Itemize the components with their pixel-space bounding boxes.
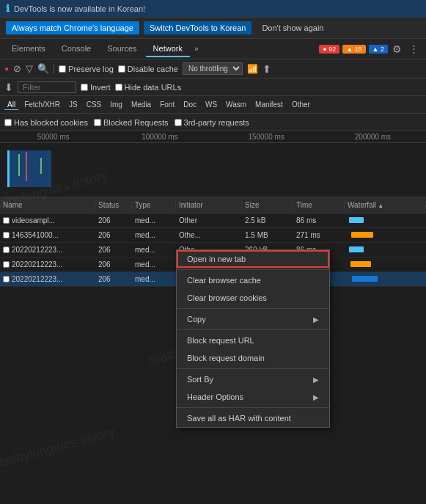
row5-checkbox[interactable] <box>3 276 10 282</box>
tab-sources[interactable]: Sources <box>100 41 144 57</box>
copy-arrow-icon: ▶ <box>313 315 319 324</box>
info-text: DevTools is now available in Korean! <box>14 4 420 13</box>
ctx-block-domain[interactable]: Block request domain <box>177 349 329 367</box>
third-party-label[interactable]: 3rd-party requests <box>175 118 249 127</box>
filter-all[interactable]: All <box>4 100 18 110</box>
info-bar: ℹ DevTools is now available in Korean! <box>0 0 426 18</box>
disable-cache-label[interactable]: Disable cache <box>118 65 178 73</box>
table-row[interactable]: 1463541000... 206 med... Othe... 1.5 MB … <box>0 228 426 243</box>
filter-other[interactable]: Other <box>289 100 313 109</box>
third-party-checkbox[interactable] <box>175 119 182 126</box>
ctx-separator-1 <box>177 269 329 270</box>
filter-img[interactable]: Img <box>107 100 125 109</box>
row3-status: 206 <box>95 246 132 254</box>
ctx-save-har[interactable]: Save all as HAR with content <box>177 409 329 427</box>
tab-bar: Elements Console Sources Network » ● 92 … <box>0 39 426 59</box>
row1-status: 206 <box>95 216 132 224</box>
timeline-header: 50000 ms 100000 ms 150000 ms 200000 ms <box>0 131 426 143</box>
invert-label[interactable]: Invert <box>81 83 111 92</box>
disable-cache-checkbox[interactable] <box>118 65 125 73</box>
tab-elements[interactable]: Elements <box>4 41 53 57</box>
col-time[interactable]: Time <box>293 201 345 209</box>
row1-checkbox[interactable] <box>3 217 10 224</box>
hide-urls-label[interactable]: Hide data URLs <box>115 83 182 92</box>
filter-xhr[interactable]: Fetch/XHR <box>21 100 63 109</box>
settings-icon[interactable]: ⚙ <box>389 42 405 56</box>
row1-size: 2.5 kB <box>242 216 293 224</box>
download-icon[interactable]: ⬇ <box>4 81 13 93</box>
switch-devtools-button[interactable]: Switch DevTools to Korean <box>144 21 251 34</box>
ctx-separator-2 <box>177 308 329 309</box>
record-icon[interactable]: ● <box>4 65 9 73</box>
blocked-requests-label[interactable]: Blocked Requests <box>94 118 169 127</box>
timeline-label-3: 150000 ms <box>213 133 320 141</box>
dont-show-again-button[interactable]: Don't show again <box>256 21 329 34</box>
table-header: Name Status Type Initiator Size Time Wat… <box>0 197 426 213</box>
match-language-button[interactable]: Always match Chrome's language <box>6 21 139 34</box>
ctx-sort-by[interactable]: Sort By ▶ <box>177 370 329 388</box>
more-tabs-arrow[interactable]: » <box>191 43 202 54</box>
filter-css[interactable]: CSS <box>84 100 105 109</box>
filter-manifest[interactable]: Manifest <box>252 100 286 109</box>
filter-wasm[interactable]: Wasm <box>223 100 249 109</box>
row4-checkbox[interactable] <box>3 261 10 268</box>
row5-status: 206 <box>95 275 132 283</box>
timeline-label-1: 50000 ms <box>0 133 106 141</box>
col-waterfall[interactable]: Waterfall <box>345 201 426 209</box>
filter-media[interactable]: Media <box>128 100 154 109</box>
blocked-requests-checkbox[interactable] <box>94 119 101 126</box>
ctx-block-url[interactable]: Block request URL <box>177 332 329 349</box>
filter-doc[interactable]: Doc <box>180 100 199 109</box>
ctx-copy[interactable]: Copy ▶ <box>177 310 329 328</box>
filter-input[interactable] <box>18 81 76 93</box>
timeline-label-4: 200000 ms <box>320 133 426 141</box>
col-size[interactable]: Size <box>242 201 293 209</box>
timeline-panel: 50000 ms 100000 ms 150000 ms 200000 ms <box>0 131 426 197</box>
row1-time: 86 ms <box>293 216 345 224</box>
row2-initiator: Othe... <box>176 231 242 239</box>
col-initiator[interactable]: Initiator <box>176 201 242 209</box>
preserve-log-checkbox[interactable] <box>59 65 66 73</box>
ctx-clear-cache[interactable]: Clear browser cache <box>177 271 329 289</box>
row3-type: med... <box>132 246 176 254</box>
row1-name: videosampl... <box>0 216 95 225</box>
filter-font[interactable]: Font <box>157 100 177 109</box>
col-name[interactable]: Name <box>0 201 95 209</box>
filter-ws[interactable]: WS <box>202 100 220 109</box>
col-status[interactable]: Status <box>95 201 132 209</box>
tab-network[interactable]: Network <box>146 41 190 57</box>
table-row[interactable]: videosampl... 206 med... Other 2.5 kB 86… <box>0 213 426 228</box>
col-type[interactable]: Type <box>132 201 176 209</box>
row3-checkbox[interactable] <box>3 246 10 253</box>
row1-waterfall <box>345 216 426 224</box>
tab-console[interactable]: Console <box>54 41 98 57</box>
hide-urls-checkbox[interactable] <box>115 84 122 91</box>
preserve-log-label[interactable]: Preserve log <box>59 65 114 73</box>
filter-type-row: All Fetch/XHR JS CSS Img Media Font Doc … <box>0 96 426 114</box>
throttle-select[interactable]: No throttling <box>183 62 243 75</box>
row2-size: 1.5 MB <box>242 231 293 239</box>
filter-icon[interactable]: ▽ <box>26 63 33 74</box>
wifi-icon: 📶 <box>247 64 258 74</box>
ctx-open-new-tab[interactable]: Open in new tab <box>177 250 329 268</box>
filter-js[interactable]: JS <box>66 100 81 109</box>
row2-checkbox[interactable] <box>3 232 10 238</box>
has-blocked-cookies-checkbox[interactable] <box>4 119 12 126</box>
has-blocked-cookies-label[interactable]: Has blocked cookies <box>4 118 88 127</box>
stop-icon[interactable]: ⊘ <box>13 63 21 74</box>
import-icon[interactable]: ⬆ <box>262 63 271 75</box>
ctx-separator-4 <box>177 368 329 369</box>
row2-type: med... <box>132 231 176 239</box>
row2-name: 1463541000... <box>0 231 95 240</box>
row5-name: 20220212223... <box>0 275 95 284</box>
row2-time: 271 ms <box>293 231 345 239</box>
timeline-bars <box>0 143 426 197</box>
context-menu: Open in new tab Clear browser cache Clea… <box>176 249 330 428</box>
ctx-clear-cookies[interactable]: Clear browser cookies <box>177 289 329 307</box>
error-badge: ● 92 <box>319 45 339 54</box>
invert-checkbox[interactable] <box>81 84 88 91</box>
more-options-icon[interactable]: ⋮ <box>406 42 422 56</box>
ctx-header-options[interactable]: Header Options ▶ <box>177 388 329 406</box>
blocked-row: Has blocked cookies Blocked Requests 3rd… <box>0 114 426 131</box>
search-icon[interactable]: 🔍 <box>37 63 49 74</box>
